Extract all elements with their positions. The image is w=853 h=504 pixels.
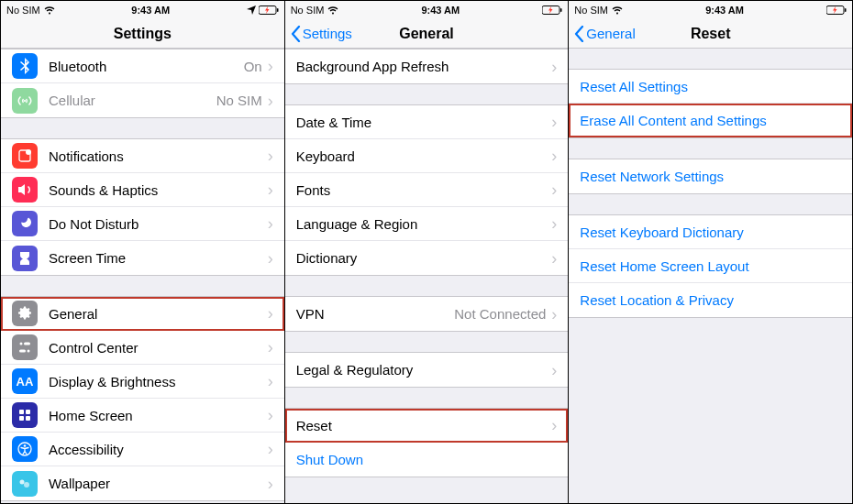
chevron-left-icon <box>574 25 584 42</box>
svg-point-3 <box>26 149 31 155</box>
row-label: Control Center <box>49 340 268 356</box>
row-erase-all[interactable]: Erase All Content and Settings <box>569 104 852 137</box>
chevron-right-icon: › <box>268 58 273 74</box>
row-label: Language & Region <box>296 216 552 232</box>
row-legal[interactable]: Legal & Regulatory› <box>285 353 569 387</box>
row-reset-network[interactable]: Reset Network Settings <box>569 159 852 193</box>
row-general[interactable]: General › <box>1 297 284 331</box>
row-vpn[interactable]: VPN Not Connected › <box>285 297 569 331</box>
cellular-icon <box>12 88 38 114</box>
row-reset-keyboard-dict[interactable]: Reset Keyboard Dictionary <box>569 215 852 249</box>
chevron-right-icon: › <box>268 339 273 356</box>
chevron-right-icon: › <box>268 93 273 109</box>
row-label: Reset Location & Privacy <box>580 292 841 308</box>
page-title: Settings <box>114 26 172 42</box>
row-label: Dictionary <box>296 250 552 266</box>
row-label: Erase All Content and Settings <box>580 113 841 128</box>
chevron-right-icon: › <box>268 181 273 198</box>
row-wallpaper[interactable]: Wallpaper › <box>1 466 284 500</box>
svg-rect-9 <box>26 410 30 414</box>
row-sounds[interactable]: Sounds & Haptics › <box>1 173 284 207</box>
back-button[interactable]: General <box>574 25 635 42</box>
chevron-right-icon: › <box>551 362 557 378</box>
row-label: Reset All Settings <box>580 79 841 94</box>
row-label: Do Not Disturb <box>49 216 268 232</box>
display-icon: AA <box>12 368 38 394</box>
row-accessibility[interactable]: Accessibility › <box>1 433 284 466</box>
row-value: On <box>244 59 262 74</box>
battery-icon <box>542 5 562 15</box>
chevron-right-icon: › <box>551 59 557 75</box>
row-fonts[interactable]: Fonts› <box>285 173 569 207</box>
notifications-icon <box>12 143 38 169</box>
location-icon <box>247 5 256 15</box>
chevron-right-icon: › <box>268 407 273 423</box>
chevron-right-icon: › <box>551 215 557 232</box>
screen-settings: No SIM 9:43 AM Settings Bluetooth On › C… <box>1 1 285 503</box>
wallpaper-icon <box>12 471 38 497</box>
row-label: Reset Keyboard Dictionary <box>580 225 841 240</box>
svg-point-14 <box>20 479 25 484</box>
row-label: Keyboard <box>296 148 552 164</box>
back-button[interactable]: Settings <box>291 25 352 42</box>
svg-rect-19 <box>845 8 847 12</box>
chevron-right-icon: › <box>268 476 273 492</box>
row-homescreen[interactable]: Home Screen › <box>1 399 284 433</box>
chevron-right-icon: › <box>551 250 557 267</box>
svg-point-15 <box>24 482 29 488</box>
chevron-left-icon <box>291 25 301 42</box>
clock-text: 9:43 AM <box>421 5 460 16</box>
chevron-right-icon: › <box>551 148 557 164</box>
wifi-icon <box>612 6 623 15</box>
chevron-right-icon: › <box>268 305 273 322</box>
page-title: Reset <box>691 26 731 42</box>
row-display[interactable]: AA Display & Brightness › <box>1 365 284 399</box>
row-label: Reset Home Screen Layout <box>580 258 841 274</box>
sounds-icon <box>12 177 38 203</box>
row-language-region[interactable]: Language & Region› <box>285 207 569 241</box>
clock-text: 9:43 AM <box>131 5 170 16</box>
row-label: Reset Network Settings <box>580 169 841 184</box>
nav-bar: Settings General <box>285 19 569 49</box>
screen-reset: No SIM 9:43 AM General Reset Reset All S… <box>569 1 852 503</box>
row-background-app-refresh[interactable]: Background App Refresh › <box>285 49 569 83</box>
row-label: Screen Time <box>49 250 268 266</box>
row-reset-location-privacy[interactable]: Reset Location & Privacy <box>569 283 852 317</box>
svg-rect-17 <box>560 8 562 12</box>
row-label: Background App Refresh <box>296 59 552 74</box>
carrier-text: No SIM <box>291 5 325 16</box>
wifi-icon <box>44 6 55 15</box>
back-label: General <box>586 26 635 41</box>
row-notifications[interactable]: Notifications › <box>1 139 284 173</box>
carrier-text: No SIM <box>6 5 40 16</box>
row-reset-all-settings[interactable]: Reset All Settings <box>569 70 852 104</box>
row-label: Shut Down <box>296 452 558 467</box>
page-title: General <box>399 26 454 42</box>
status-bar: No SIM 9:43 AM <box>285 1 569 19</box>
row-screentime[interactable]: Screen Time › <box>1 241 284 275</box>
chevron-right-icon: › <box>551 114 557 130</box>
row-bluetooth[interactable]: Bluetooth On › <box>1 49 284 83</box>
row-reset[interactable]: Reset› <box>285 409 569 443</box>
row-value: No SIM <box>216 93 262 108</box>
row-controlcenter[interactable]: Control Center › <box>1 331 284 365</box>
status-bar: No SIM 9:43 AM <box>569 1 852 19</box>
chevron-right-icon: › <box>551 417 557 433</box>
svg-rect-7 <box>19 350 26 353</box>
chevron-right-icon: › <box>268 250 273 267</box>
chevron-right-icon: › <box>551 306 557 323</box>
row-reset-home-layout[interactable]: Reset Home Screen Layout <box>569 249 852 283</box>
row-date-time[interactable]: Date & Time› <box>285 105 569 139</box>
row-dictionary[interactable]: Dictionary› <box>285 241 569 275</box>
row-label: Wallpaper <box>49 476 268 491</box>
chevron-right-icon: › <box>551 181 557 198</box>
row-keyboard[interactable]: Keyboard› <box>285 139 569 173</box>
svg-point-4 <box>20 343 23 345</box>
row-cellular[interactable]: Cellular No SIM › <box>1 83 284 117</box>
chevron-right-icon: › <box>268 373 273 389</box>
screentime-icon <box>12 246 38 271</box>
row-shutdown[interactable]: Shut Down <box>285 443 569 477</box>
row-label: Bluetooth <box>49 59 244 74</box>
row-label: VPN <box>296 306 455 322</box>
row-dnd[interactable]: Do Not Disturb › <box>1 207 284 241</box>
